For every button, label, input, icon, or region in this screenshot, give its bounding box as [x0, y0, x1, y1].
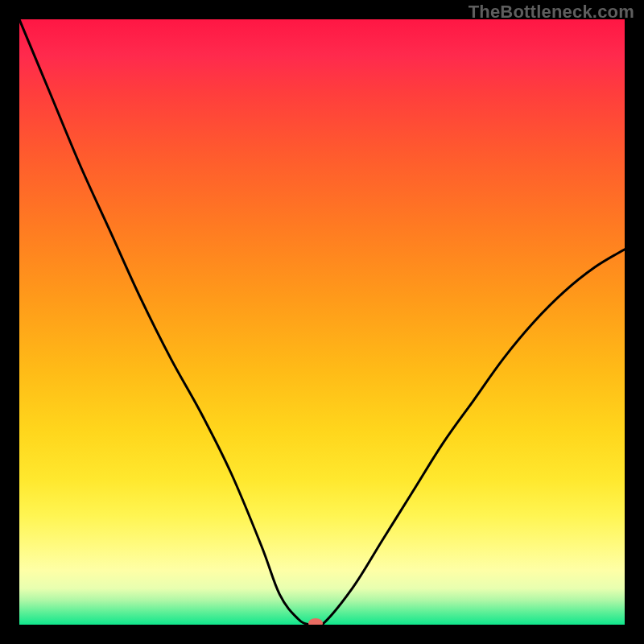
- bottleneck-curve: [19, 19, 625, 625]
- plot-area: [19, 19, 625, 625]
- chart-frame: TheBottleneck.com: [0, 0, 644, 644]
- optimal-marker: [308, 618, 323, 625]
- curve-svg: [19, 19, 625, 625]
